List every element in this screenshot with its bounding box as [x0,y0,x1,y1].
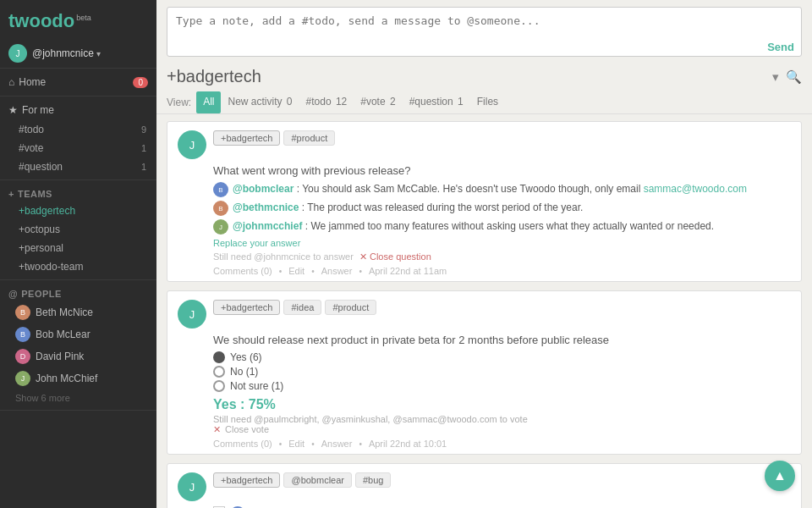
david-avatar: D [15,349,30,364]
sidebar-item-octopus[interactable]: +octopus [0,220,156,239]
dot-6: • [359,439,362,449]
radio-no [213,366,225,378]
vote-no[interactable]: No (1) [213,366,791,378]
question-count: 1 [141,162,146,172]
bob-name: Bob McLear [36,329,91,340]
vote-yes-pct: Yes : 75% [213,397,791,412]
scroll-top-button[interactable]: ▲ [765,461,795,491]
tab-todo[interactable]: #todo 12 [299,91,354,113]
vote-not-sure[interactable]: Not sure (1) [213,380,791,392]
compose-input[interactable] [167,8,801,38]
tag-product[interactable]: #product [283,130,335,146]
tab-vote[interactable]: #vote 2 [354,91,402,113]
radio-yes [213,351,225,363]
view-label: View: [167,97,191,108]
feed: J +badgertech #product What went wrong w… [156,114,812,508]
sidebar-item-todo[interactable]: #todo 9 [0,120,156,139]
sidebar-item-twoodo-team[interactable]: +twoodo-team [0,257,156,276]
edit-btn-vote[interactable]: Edit [288,439,304,449]
comments-count-vote[interactable]: Comments (0) [213,439,272,449]
close-question[interactable]: ✕ Close question [359,251,431,262]
sidebar: twoodo beta J @johnmcnice ▾ ⌂ Home 0 ★ F… [0,0,156,508]
edit-btn[interactable]: Edit [288,266,304,276]
comment-link[interactable]: sammac@twoodo.com [644,183,747,195]
post-tags: +badgertech #product [213,130,335,146]
post-tags-bug: +badgertech @bobmclear #bug [213,472,391,488]
dot-3: • [359,267,362,276]
replace-answer[interactable]: Replace your answer [178,238,791,248]
teams-label: Teams [18,189,52,199]
tag-bug[interactable]: #bug [355,472,391,488]
sidebar-item-badgertech[interactable]: +badgertech [0,202,156,220]
send-button[interactable]: Send [767,41,794,53]
post-card-vote: J +badgertech #idea #product We should r… [167,290,802,455]
post-header: J +badgertech #product [178,130,791,159]
post-footer-vote: Comments (0) • Edit • Answer • April 22n… [178,439,791,449]
sidebar-item-for-me[interactable]: ★ For me [0,100,156,120]
teams-header: + Teams [0,184,156,202]
post-date: April 22nd at 11am [369,266,447,276]
post-avatar-vote: J [178,300,206,329]
vote-yes[interactable]: Yes (6) [213,351,791,363]
todo-label: #todo [19,124,44,135]
post-card-bug: J +badgertech @bobmclear #bug B Counters… [167,463,802,508]
tag-badgertech-3[interactable]: +badgertech [213,472,280,488]
sidebar-item-david[interactable]: D David Pink [0,345,156,367]
show-more-people[interactable]: Show 6 more [0,389,156,406]
question-label: #question [19,161,63,173]
tab-new-activity[interactable]: New activity 0 [221,91,299,113]
close-vote[interactable]: ✕ Close vote [213,424,791,435]
post-body: What went wrong with previous release? [178,164,791,177]
team-header: +badgertech ▾ 🔍 [156,62,812,91]
sidebar-item-beth[interactable]: B Beth McNice [0,301,156,323]
home-label: Home [19,76,46,88]
replace-answer-link[interactable]: Replace your answer [213,238,300,248]
tag-product-2[interactable]: #product [325,300,376,315]
post-footer: Comments (0) • Edit • Answer • April 22n… [178,266,791,276]
sidebar-item-personal[interactable]: +personal [0,239,156,257]
post-avatar: J [178,130,206,159]
sidebar-item-home[interactable]: ⌂ Home 0 [0,72,156,92]
still-need: Still need @johnmcnice to answer ✕ Close… [178,251,791,262]
logo-text: twoodo [8,10,74,32]
comment-text: @bobmclear : You should ask Sam McCable.… [233,182,747,196]
post-date-vote: April 22nd at 10:01 [369,439,447,449]
chevron-down-icon: ▾ [96,49,101,58]
vote-yes-label: Yes (6) [230,351,262,363]
beth-avatar: B [15,305,30,320]
vote-label: #vote [19,142,43,154]
tag-badgertech[interactable]: +badgertech [213,130,280,146]
tab-files[interactable]: Files [470,91,505,113]
sidebar-item-john-mcchief[interactable]: J John McChief [0,367,156,389]
sidebar-item-question[interactable]: #question 1 [0,157,156,176]
sidebar-item-bob[interactable]: B Bob McLear [0,323,156,345]
todo-count: 9 [141,124,146,135]
teams-section: + Teams +badgertech +octopus +personal +… [0,180,156,280]
comments-count[interactable]: Comments (0) [213,266,272,276]
vote-count: 1 [141,143,146,153]
team-title: +badgertech [167,67,772,86]
user-section[interactable]: J @johnmcnice ▾ [0,39,156,69]
answer-btn[interactable]: Answer [321,266,353,276]
tag-idea[interactable]: #idea [283,300,321,315]
star-icon: ★ [8,104,18,116]
home-section: ⌂ Home 0 [0,69,156,97]
bob-avatar: B [15,327,30,342]
tab-question[interactable]: #question 1 [403,91,470,113]
answer-btn-vote[interactable]: Answer [321,439,353,449]
tag-bobmclear[interactable]: @bobmclear [283,472,352,488]
vote-result: Yes : 75% Still need @paulmcbright, @yas… [178,397,791,435]
compose-footer: Send [167,38,801,56]
for-me-section: ★ For me #todo 9 #vote 1 #question 1 [0,97,156,180]
sidebar-item-vote[interactable]: #vote 1 [0,139,156,157]
dropdown-icon[interactable]: ▾ [772,69,779,85]
tab-all[interactable]: All [196,91,221,113]
comment-2: B @bethmcnice : The product was released… [178,201,791,216]
dot-4: • [279,439,283,449]
post-card: J +badgertech #product What went wrong w… [167,121,802,282]
tag-badgertech-2[interactable]: +badgertech [213,300,280,315]
post-header-bug: J +badgertech @bobmclear #bug [178,472,791,501]
comment-author-3: @johnmcchief [233,220,302,232]
search-icon[interactable]: 🔍 [786,69,802,85]
people-label: People [21,289,62,299]
